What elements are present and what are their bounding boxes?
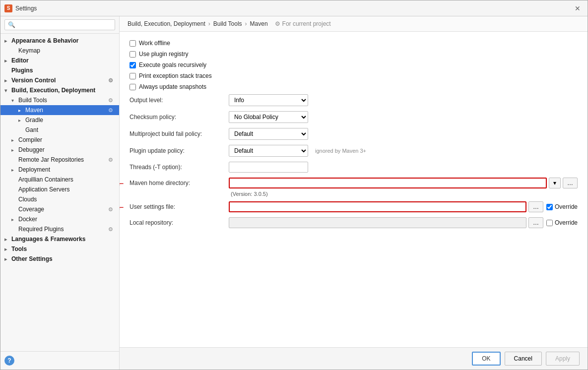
sidebar-item-required-plugins[interactable]: Required Plugins ⚙: [0, 224, 119, 234]
output-level-control: Info Debug Error: [229, 94, 578, 106]
sidebar-item-plugins[interactable]: Plugins: [0, 65, 119, 75]
use-plugin-registry-label[interactable]: Use plugin registry: [139, 51, 188, 58]
sidebar-item-coverage[interactable]: Coverage ⚙: [0, 204, 119, 214]
sidebar-item-version-control[interactable]: ▸ Version Control ⚙: [0, 75, 119, 85]
sidebar-item-label: Version Control: [11, 77, 108, 84]
sidebar-item-label: Arquillian Containers: [18, 176, 115, 183]
execute-goals-checkbox[interactable]: [130, 62, 136, 68]
sidebar-item-app-servers[interactable]: Application Servers: [0, 185, 119, 194]
breadcrumb-sep2: ›: [245, 20, 247, 27]
local-repo-input[interactable]: D:\java\maven\repository: [229, 217, 526, 228]
print-exception-checkbox[interactable]: [130, 73, 136, 79]
use-plugin-registry-checkbox[interactable]: [130, 51, 136, 58]
plugin-update-select[interactable]: Default Never Always: [229, 145, 308, 157]
local-repo-label: Local repository:: [130, 219, 229, 226]
user-settings-input-group: D:/java/maven\apache-maven-3.0.5\conf\se…: [229, 201, 543, 212]
sidebar-item-build-tools[interactable]: ▾ Build Tools ⚙: [0, 95, 119, 105]
checksum-policy-select[interactable]: No Global Policy Strict Lenient: [229, 111, 308, 123]
maven-home-input[interactable]: D:/java/maven/apache-maven-3.0.5: [229, 178, 547, 188]
sidebar-item-label: Maven: [25, 107, 108, 114]
expand-icon: ▸: [11, 167, 18, 173]
threads-row: Threads (-T option):: [130, 162, 578, 173]
user-settings-control: D:/java/maven\apache-maven-3.0.5\conf\se…: [229, 201, 578, 212]
user-settings-row: ⌐ User settings file: D:/java/maven\apac…: [130, 201, 578, 212]
sidebar-item-gradle[interactable]: ▸ Gradle: [0, 115, 119, 125]
sidebar-item-label: Required Plugins: [18, 226, 108, 233]
output-level-row: Output level: Info Debug Error: [130, 94, 578, 106]
apply-button[interactable]: Apply: [546, 352, 580, 366]
execute-goals-row: Execute goals recursively: [130, 62, 578, 68]
sidebar-item-tools[interactable]: ▸ Tools: [0, 244, 119, 254]
expand-icon: ▸: [4, 256, 11, 262]
sidebar-item-label: Deployment: [18, 166, 115, 173]
sidebar-item-languages[interactable]: ▸ Languages & Frameworks: [0, 234, 119, 244]
main-content: ▸ Appearance & Behavior Keymap ▸ Editor …: [0, 16, 588, 370]
threads-input[interactable]: [229, 162, 308, 173]
sidebar-item-label: Build, Execution, Deployment: [11, 87, 115, 94]
sidebar-item-deployment[interactable]: ▸ Deployment: [0, 165, 119, 175]
cancel-button[interactable]: Cancel: [505, 352, 542, 366]
maven-version-note: (Version: 3.0.5): [231, 191, 268, 197]
maven-home-dropdown[interactable]: ▾: [549, 178, 561, 188]
maven-home-input-group: D:/java/maven/apache-maven-3.0.5 ▾ …: [229, 178, 578, 188]
sidebar-item-label: Keymap: [18, 47, 115, 54]
close-button[interactable]: ✕: [572, 3, 584, 13]
checksum-policy-row: Checksum policy: No Global Policy Strict…: [130, 111, 578, 123]
print-exception-row: Print exception stack traces: [130, 72, 578, 79]
sidebar-item-debugger[interactable]: ▸ Debugger: [0, 145, 119, 155]
sidebar-item-label: Appearance & Behavior: [11, 37, 115, 44]
dialog-footer: OK Cancel Apply: [120, 347, 588, 370]
sidebar-item-other-settings[interactable]: ▸ Other Settings: [0, 254, 119, 264]
ok-button[interactable]: OK: [472, 352, 500, 366]
expand-icon: ▾: [4, 88, 11, 93]
expand-icon: ▸: [4, 38, 11, 44]
search-input[interactable]: [4, 19, 115, 30]
always-update-label[interactable]: Always update snapshots: [139, 83, 206, 90]
local-repo-browse[interactable]: …: [528, 217, 543, 228]
sidebar-item-maven[interactable]: ▸ Maven ⚙: [0, 105, 119, 115]
user-settings-override-label[interactable]: Override: [555, 203, 578, 210]
sidebar-item-appearance[interactable]: ▸ Appearance & Behavior: [0, 36, 119, 46]
sidebar-item-arquillian[interactable]: Arquillian Containers: [0, 175, 119, 185]
plugin-update-note: ignored by Maven 3+: [315, 148, 366, 154]
sidebar-item-clouds[interactable]: Clouds: [0, 194, 119, 204]
expand-icon: ▸: [4, 78, 11, 83]
always-update-checkbox[interactable]: [130, 84, 136, 90]
sidebar-item-keymap[interactable]: Keymap: [0, 46, 119, 56]
sidebar-item-label: Other Settings: [11, 255, 115, 262]
maven-home-label: Maven home directory:: [130, 180, 229, 186]
search-box: [0, 16, 119, 34]
sidebar-item-compiler[interactable]: ▸ Compiler: [0, 135, 119, 145]
user-settings-override-checkbox[interactable]: [546, 204, 553, 210]
for-project-label: For current project: [275, 20, 331, 27]
user-settings-browse[interactable]: …: [528, 201, 543, 212]
sidebar-item-editor[interactable]: ▸ Editor: [0, 56, 119, 65]
sidebar-item-docker[interactable]: ▸ Docker: [0, 214, 119, 224]
maven-version-row: (Version: 3.0.5): [229, 190, 578, 197]
execute-goals-label[interactable]: Execute goals recursively: [139, 62, 206, 68]
user-settings-input[interactable]: D:/java/maven\apache-maven-3.0.5\conf\se…: [229, 201, 526, 212]
sidebar-item-label: Languages & Frameworks: [11, 236, 115, 243]
sidebar-item-gant[interactable]: Gant: [0, 125, 119, 135]
local-repo-override-label[interactable]: Override: [555, 219, 578, 226]
multiproject-select[interactable]: Default Fail Fast Fail Never: [229, 128, 308, 140]
print-exception-label[interactable]: Print exception stack traces: [139, 72, 212, 79]
threads-label: Threads (-T option):: [130, 164, 229, 171]
title-bar: S Settings ✕: [0, 0, 588, 16]
settings-area: Work offline Use plugin registry Execute…: [120, 32, 588, 347]
sidebar-item-label: Gant: [25, 126, 115, 133]
work-offline-label[interactable]: Work offline: [139, 40, 170, 47]
help-button[interactable]: ?: [4, 356, 14, 366]
plugin-update-row: Plugin update policy: Default Never Alwa…: [130, 145, 578, 157]
expand-icon: ▾: [11, 98, 18, 103]
expand-icon: ▸: [11, 147, 18, 153]
gear-icon: ⚙: [108, 226, 115, 233]
maven-home-browse[interactable]: …: [563, 178, 578, 188]
expand-icon: ▸: [4, 58, 11, 63]
sidebar-item-build-exec[interactable]: ▾ Build, Execution, Deployment: [0, 85, 119, 95]
local-repo-override-checkbox[interactable]: [546, 220, 553, 226]
output-level-select[interactable]: Info Debug Error: [229, 94, 308, 106]
sidebar-item-remote-jar[interactable]: Remote Jar Repositories ⚙: [0, 155, 119, 165]
work-offline-checkbox[interactable]: [130, 40, 136, 47]
annotation-2-icon: ⌐: [120, 202, 124, 213]
